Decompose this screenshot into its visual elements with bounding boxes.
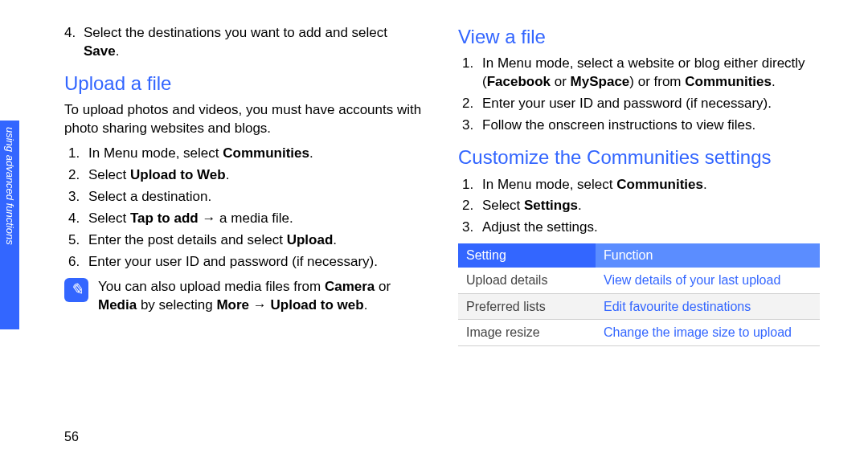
table-row: Upload details View details of your last… [458, 268, 820, 293]
table-header-function: Function [596, 243, 820, 268]
table-cell: Upload details [458, 268, 596, 293]
list-item: Select Upload to Web. [84, 166, 426, 185]
list-item: Enter the post details and select Upload… [84, 231, 426, 250]
page-number: 56 [64, 428, 79, 446]
table-cell: Preferred lists [458, 293, 596, 320]
text: → a media file. [199, 210, 293, 226]
list-item: Enter your user ID and password (if nece… [477, 95, 820, 113]
upload-steps: In Menu mode, select Communities. Select… [64, 145, 426, 272]
table-cell: Change the image size to upload [596, 320, 820, 346]
bold: Upload to Web [130, 167, 226, 182]
text: Select [482, 198, 524, 213]
right-column: View a file In Menu mode, select a websi… [458, 24, 820, 346]
text: → [249, 297, 270, 313]
text: . [116, 43, 120, 59]
text: Select the destinations you want to add … [84, 25, 387, 40]
table-cell: View details of your last upload [596, 268, 820, 293]
table-header-row: Setting Function [458, 243, 820, 268]
text: . [364, 297, 368, 313]
text: . [226, 167, 230, 182]
heading-upload-a-file: Upload a file [64, 71, 426, 96]
list-item: In Menu mode, select Communities. [477, 176, 820, 194]
bold: Facebook [487, 74, 551, 89]
text: . [578, 198, 582, 213]
note-block: ✎ You can also upload media files from C… [64, 278, 426, 315]
two-column-layout: 4. Select the destinations you want to a… [64, 24, 820, 346]
view-steps: In Menu mode, select a website or blog e… [458, 55, 820, 135]
text: ) or from [629, 74, 685, 89]
list-item: In Menu mode, select Communities. [84, 145, 426, 163]
continued-step-4: 4. Select the destinations you want to a… [64, 24, 426, 61]
table-row: Image resize Change the image size to up… [458, 320, 820, 346]
text: . [772, 74, 776, 89]
settings-table: Setting Function Upload details View det… [458, 243, 820, 345]
bold: MySpace [571, 74, 630, 89]
customize-steps: In Menu mode, select Communities. Select… [458, 176, 820, 238]
manual-page: using advanced functions 4. Select the d… [0, 0, 868, 470]
text: . [309, 145, 313, 161]
list-item: Adjust the settings. [477, 219, 820, 237]
list-item: Enter your user ID and password (if nece… [84, 253, 426, 272]
text: In Menu mode, select [88, 145, 223, 161]
text: by selecting [137, 297, 216, 313]
left-column: 4. Select the destinations you want to a… [64, 24, 426, 346]
text: . [333, 232, 337, 247]
list-item: In Menu mode, select a website or blog e… [477, 55, 820, 92]
bold: Settings [524, 198, 578, 213]
heading-customize-communities: Customize the Communities settings [458, 145, 820, 170]
bold: Communities [616, 177, 703, 192]
note-text: You can also upload media files from Cam… [98, 278, 426, 315]
bold: Communities [223, 145, 309, 161]
bold: Upload [287, 232, 334, 247]
bold: Camera [325, 279, 375, 294]
table-cell: Image resize [458, 320, 596, 346]
text: or [551, 74, 571, 89]
step-text: Select the destinations you want to add … [84, 24, 426, 61]
text: Select [88, 167, 130, 182]
section-side-tab: using advanced functions [0, 121, 19, 329]
text: or [375, 279, 391, 294]
text: Select [88, 210, 130, 226]
list-item: Select a destination. [84, 188, 426, 206]
text: . [703, 177, 707, 192]
heading-view-a-file: View a file [458, 24, 820, 50]
list-item: Follow the onscreen instructions to view… [477, 116, 820, 135]
table-row: Preferred lists Edit favourite destinati… [458, 293, 820, 320]
list-item: Select Settings. [477, 197, 820, 215]
step-number: 4. [64, 24, 76, 61]
list-item: Select Tap to add → a media file. [84, 210, 426, 228]
bold: Upload to web [271, 297, 364, 313]
text: In Menu mode, select [482, 177, 616, 192]
table-cell: Edit favourite destinations [596, 293, 820, 320]
bold: Media [98, 297, 137, 313]
pencil-note-icon: ✎ [64, 278, 88, 302]
bold: More [216, 297, 249, 313]
text: Enter the post details and select [88, 232, 287, 247]
upload-intro: To upload photos and videos, you must ha… [64, 101, 426, 138]
bold: Communities [685, 74, 772, 89]
table-header-setting: Setting [458, 243, 596, 268]
text: You can also upload media files from [98, 279, 325, 294]
bold: Tap to add [130, 210, 199, 226]
bold: Save [84, 43, 116, 59]
